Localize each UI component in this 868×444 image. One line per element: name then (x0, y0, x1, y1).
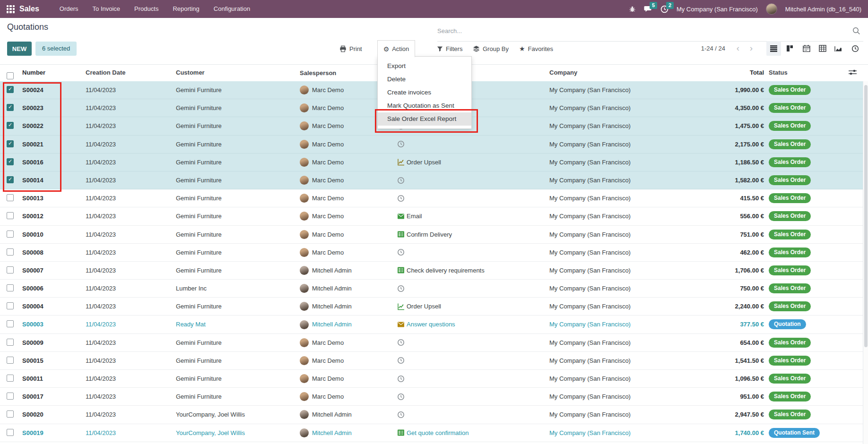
list-view-button[interactable] (766, 41, 781, 56)
activity-cell[interactable] (397, 352, 407, 369)
company-switcher[interactable]: My Company (San Francisco) (677, 6, 758, 13)
activity-cell[interactable] (397, 189, 407, 207)
table-row[interactable]: S00007 11/04/2023 Gemini Furniture Mitch… (0, 262, 863, 280)
kanban-view-button[interactable] (782, 41, 797, 56)
row-checkbox[interactable] (7, 158, 14, 165)
header-creation-date[interactable]: Creation Date (86, 64, 126, 81)
optional-columns-icon[interactable] (848, 68, 857, 77)
user-avatar[interactable] (766, 3, 777, 15)
messages-icon[interactable]: 5 (644, 5, 652, 13)
row-checkbox[interactable] (7, 140, 14, 147)
row-checkbox[interactable] (7, 302, 14, 309)
menu-to-invoice[interactable]: To Invoice (86, 0, 128, 18)
user-menu[interactable]: Mitchell Admin (db_16_540) (785, 6, 861, 13)
print-button[interactable]: Print (339, 42, 362, 56)
table-row[interactable]: S00013 11/04/2023 Gemini Furniture Marc … (0, 189, 863, 207)
activity-cell[interactable]: Check delivery requirements (397, 262, 485, 279)
activity-cell[interactable]: Order Upsell (397, 298, 441, 315)
table-row[interactable]: S00003 11/04/2023 Ready Mat Mitchell Adm… (0, 316, 863, 333)
table-row[interactable]: S00004 11/04/2023 Gemini Furniture Mitch… (0, 298, 863, 316)
select-all-checkbox[interactable] (7, 72, 14, 79)
activity-cell[interactable]: Get quote confirmation (397, 424, 469, 442)
row-checkbox[interactable] (7, 393, 14, 400)
row-checkbox[interactable] (7, 86, 14, 93)
activity-cell[interactable] (397, 280, 407, 297)
activities-icon[interactable]: 2 (660, 5, 668, 13)
row-checkbox[interactable] (7, 429, 14, 436)
row-checkbox[interactable] (7, 357, 14, 364)
row-checkbox[interactable] (7, 375, 14, 382)
row-checkbox[interactable] (7, 248, 14, 256)
activity-cell[interactable] (397, 370, 407, 387)
group-by-button[interactable]: Group By (473, 42, 509, 56)
table-row[interactable]: S00021 11/04/2023 Gemini Furniture Marc … (0, 136, 863, 154)
scrollbar-thumb[interactable] (864, 85, 868, 347)
pager-next-button[interactable]: › (746, 42, 756, 56)
table-row[interactable]: S00005 11/04/2023 Deco Addict Marc Demo (0, 442, 863, 444)
header-status[interactable]: Status (769, 64, 788, 81)
row-checkbox[interactable] (7, 320, 14, 327)
activity-cell[interactable]: Email (397, 442, 422, 444)
row-checkbox[interactable] (7, 410, 14, 418)
filters-button[interactable]: Filters (437, 42, 462, 56)
new-button[interactable]: NEW (7, 42, 32, 56)
menu-item-mark-quotation-as-sent[interactable]: Mark Quotation as Sent (378, 99, 471, 112)
row-checkbox[interactable] (7, 194, 14, 201)
header-total[interactable]: Total (676, 64, 764, 81)
vertical-scrollbar[interactable] (863, 81, 868, 444)
activity-cell[interactable] (397, 136, 407, 153)
table-row[interactable]: S00019 11/04/2023 YourCompany, Joel Will… (0, 424, 863, 442)
table-row[interactable]: S00010 11/04/2023 Gemini Furniture Marc … (0, 226, 863, 244)
apps-grid-icon[interactable] (7, 5, 15, 13)
selected-count-chip[interactable]: 6 selected (35, 42, 77, 56)
menu-item-sale-order-excel-report[interactable]: Sale Order Excel Report (378, 112, 471, 126)
search-input[interactable]: Search... (437, 21, 863, 42)
menu-item-export[interactable]: Export (378, 60, 471, 73)
activity-cell[interactable]: Answer questions (397, 316, 455, 333)
row-checkbox[interactable] (7, 339, 14, 346)
header-number[interactable]: Number (22, 64, 45, 81)
action-button[interactable]: ⚙ Action (377, 40, 415, 57)
header-customer[interactable]: Customer (176, 64, 205, 81)
table-row[interactable]: S00016 11/04/2023 Gemini Furniture Marc … (0, 154, 863, 171)
table-row[interactable]: S00017 11/04/2023 Gemini Furniture Marc … (0, 388, 863, 406)
activity-cell[interactable] (397, 334, 407, 351)
menu-item-delete[interactable]: Delete (378, 73, 471, 86)
activity-view-button[interactable] (848, 41, 862, 56)
favorites-button[interactable]: ★ Favorites (519, 42, 553, 56)
graph-view-button[interactable] (831, 41, 846, 56)
table-row[interactable]: S00008 11/04/2023 Gemini Furniture Marc … (0, 244, 863, 262)
table-row[interactable]: S00011 11/04/2023 Gemini Furniture Marc … (0, 370, 863, 388)
activity-cell[interactable] (397, 171, 407, 189)
table-row[interactable]: S00015 11/04/2023 Gemini Furniture Marc … (0, 352, 863, 370)
calendar-view-button[interactable] (799, 41, 814, 56)
row-checkbox[interactable] (7, 266, 14, 273)
table-row[interactable]: S00020 11/04/2023 YourCompany, Joel Will… (0, 406, 863, 424)
row-checkbox[interactable] (7, 104, 14, 111)
activity-cell[interactable]: Order Upsell (397, 154, 441, 171)
table-row[interactable]: S00012 11/04/2023 Gemini Furniture Marc … (0, 207, 863, 225)
row-checkbox[interactable] (7, 284, 14, 291)
row-checkbox[interactable] (7, 176, 14, 183)
menu-orders[interactable]: Orders (52, 0, 86, 18)
app-name[interactable]: Sales (19, 5, 39, 13)
activity-cell[interactable]: Email (397, 207, 422, 225)
row-checkbox[interactable] (7, 122, 14, 129)
table-row[interactable]: S00006 11/04/2023 Lumber Inc Mitchell Ad… (0, 280, 863, 298)
pivot-view-button[interactable] (815, 41, 830, 56)
activity-cell[interactable] (397, 388, 407, 405)
table-row[interactable]: S00014 11/04/2023 Gemini Furniture Marc … (0, 171, 863, 189)
table-row[interactable]: S00009 11/04/2023 Gemini Furniture Marc … (0, 334, 863, 352)
menu-products[interactable]: Products (127, 0, 165, 18)
row-checkbox[interactable] (7, 231, 14, 238)
activity-cell[interactable]: Confirm Delivery (397, 226, 452, 243)
pager-previous-button[interactable]: ‹ (733, 42, 743, 56)
activity-cell[interactable] (397, 244, 407, 261)
header-company[interactable]: Company (549, 64, 577, 81)
bug-icon[interactable] (629, 6, 636, 13)
menu-configuration[interactable]: Configuration (207, 0, 257, 18)
menu-reporting[interactable]: Reporting (165, 0, 206, 18)
row-checkbox[interactable] (7, 212, 14, 219)
search-icon[interactable] (852, 27, 860, 35)
menu-item-create-invoices[interactable]: Create invoices (378, 86, 471, 99)
